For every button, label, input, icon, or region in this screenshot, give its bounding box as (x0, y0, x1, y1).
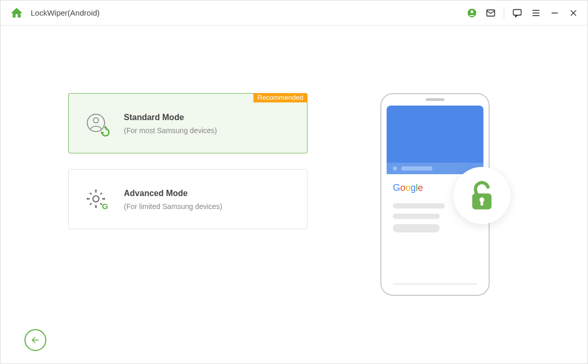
phone-header (387, 106, 483, 174)
advanced-mode-subtitle: (For limited Samsung devices) (124, 202, 222, 211)
advanced-mode-title: Advanced Mode (124, 189, 222, 198)
content-row: Recommended (1, 25, 587, 296)
standard-mode-title: Standard Mode (124, 113, 217, 122)
titlebar-divider (504, 7, 504, 19)
menu-icon[interactable] (530, 7, 542, 19)
placeholder-line (393, 214, 440, 219)
app-title: LockWiper(Android) (31, 8, 100, 17)
phone-home-bar (393, 283, 477, 284)
svg-point-1 (470, 10, 473, 12)
svg-text:Google: Google (393, 183, 423, 193)
mode-cards: Recommended (68, 93, 308, 296)
back-button[interactable] (24, 329, 46, 351)
standard-mode-subtitle: (For most Samsung devices) (124, 126, 217, 135)
svg-rect-3 (514, 9, 521, 15)
close-button[interactable] (568, 7, 579, 19)
svg-rect-17 (480, 201, 483, 205)
mail-icon[interactable] (485, 7, 496, 19)
main-content: Recommended (1, 25, 587, 363)
home-icon[interactable] (10, 6, 23, 20)
minimize-button[interactable] (549, 7, 560, 19)
recommended-badge: Recommended (253, 93, 308, 102)
titlebar-right (466, 7, 579, 19)
standard-mode-text: Standard Mode (For most Samsung devices) (124, 113, 217, 135)
svg-text:G: G (102, 202, 108, 211)
svg-point-12 (93, 196, 99, 202)
unlock-icon (453, 167, 510, 224)
placeholder-line (393, 203, 445, 209)
advanced-mode-icon: G (82, 185, 111, 214)
titlebar: LockWiper(Android) (1, 1, 587, 25)
svg-point-11 (93, 118, 98, 123)
advanced-mode-text: Advanced Mode (For limited Samsung devic… (124, 189, 222, 211)
advanced-mode-card[interactable]: G Advanced Mode (For limited Samsung dev… (68, 169, 308, 229)
placeholder-pill (393, 224, 440, 232)
phone-notch (426, 98, 444, 101)
standard-mode-icon (82, 109, 111, 138)
standard-mode-card[interactable]: Recommended (68, 93, 308, 153)
app-window: LockWiper(Android) (0, 0, 588, 364)
feedback-icon[interactable] (512, 7, 523, 19)
account-icon[interactable] (466, 7, 478, 19)
phone-illustration: Google (380, 93, 490, 296)
titlebar-left: LockWiper(Android) (10, 6, 100, 20)
